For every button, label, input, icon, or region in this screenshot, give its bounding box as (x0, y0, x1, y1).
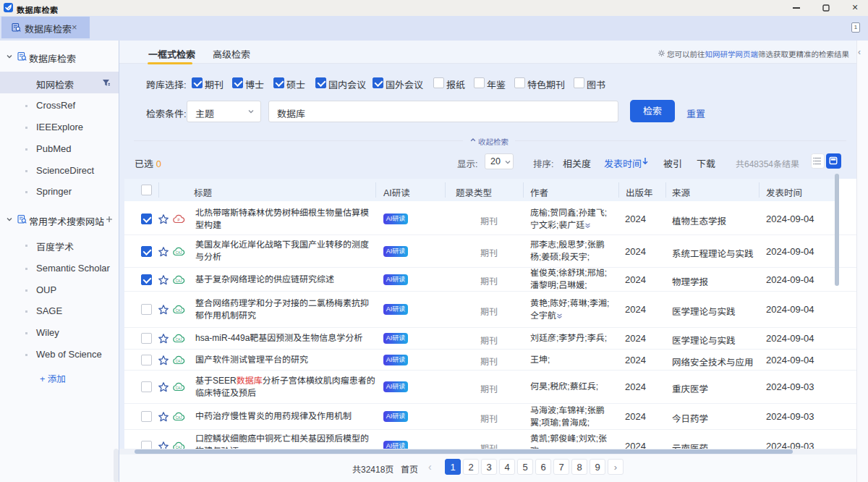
svg-text:CAJ: CAJ (176, 338, 182, 342)
svg-text:CAJ: CAJ (176, 251, 182, 255)
svg-text:CAJ: CAJ (176, 279, 182, 283)
svg-text:CAJ: CAJ (176, 360, 182, 363)
svg-text:P: P (177, 219, 179, 222)
svg-text:CAJ: CAJ (176, 416, 182, 420)
svg-text:CAJ: CAJ (176, 386, 182, 390)
svg-text:CAJ: CAJ (176, 309, 182, 313)
